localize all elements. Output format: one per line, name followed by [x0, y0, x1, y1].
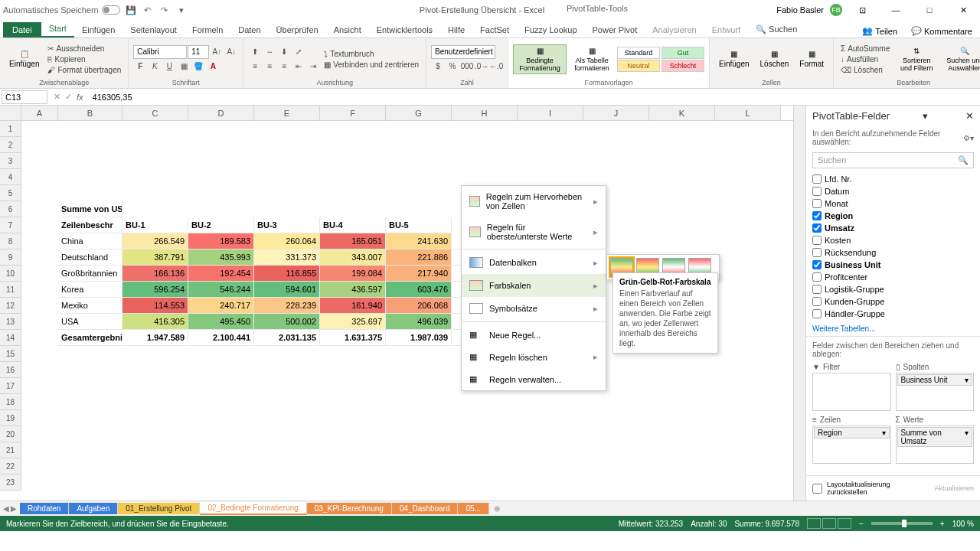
cell[interactable]: Zeilenbeschr: [58, 217, 122, 233]
pivot-field-item[interactable]: Umsatz: [812, 222, 974, 234]
row-header[interactable]: 13: [0, 314, 21, 330]
pivot-field-item[interactable]: Logistik-Gruppe: [812, 283, 974, 295]
cell[interactable]: 594.601: [254, 282, 320, 298]
tab-search[interactable]: 🔍 Suchen: [748, 21, 805, 37]
normal-view-icon[interactable]: [807, 518, 821, 529]
increase-decimal-icon[interactable]: .0→: [475, 60, 488, 73]
cell[interactable]: 496.039: [386, 314, 452, 330]
sheet-tab[interactable]: 03_KPI-Berechnung: [307, 503, 392, 514]
sheet-tab[interactable]: 05...: [458, 503, 488, 514]
cell[interactable]: 240.717: [188, 298, 254, 314]
cf-top-bottom-rules[interactable]: Regeln für oberste/unterste Werte▸: [462, 217, 606, 247]
fx-icon[interactable]: fx: [77, 93, 83, 102]
sort-filter-button[interactable]: ⇅Sortieren und Filtern: [893, 45, 939, 73]
more-tables-link[interactable]: Weitere Tabellen...: [806, 321, 980, 336]
cell[interactable]: 189.583: [188, 233, 254, 249]
col-header[interactable]: L: [715, 106, 781, 120]
formula-bar-input[interactable]: 416305,35: [88, 91, 980, 103]
tab-page-layout[interactable]: Seitenlayout: [122, 22, 185, 37]
cell[interactable]: Deutschland: [58, 249, 122, 266]
clear-button[interactable]: ⌫ Löschen: [838, 65, 892, 75]
values-drop-area[interactable]: Summe von Umsatz▾: [896, 425, 975, 464]
pivot-pane-gear-icon[interactable]: ⚙▾: [963, 134, 974, 142]
row-header[interactable]: 3: [0, 153, 21, 169]
bold-icon[interactable]: F: [133, 60, 147, 73]
row-header[interactable]: 18: [0, 394, 21, 410]
columns-area-item[interactable]: Business Unit▾: [897, 374, 973, 386]
autosum-button[interactable]: Σ AutoSumme: [838, 44, 892, 54]
accounting-icon[interactable]: $: [431, 60, 445, 73]
row-header[interactable]: 6: [0, 201, 21, 217]
col-header[interactable]: F: [320, 106, 386, 120]
fill-color-icon[interactable]: 🪣: [191, 60, 205, 73]
cancel-formula-icon[interactable]: ✕: [54, 92, 60, 102]
cell[interactable]: 387.791: [122, 249, 188, 266]
pivot-field-item[interactable]: Datum: [812, 185, 974, 197]
comments-button[interactable]: 💬 Kommentare: [906, 24, 977, 37]
cell[interactable]: Summe von USpaltenbeschriftungen: [58, 201, 122, 217]
tab-help[interactable]: Hilfe: [440, 22, 472, 37]
cf-manage-rules[interactable]: ▦Regeln verwalten...: [462, 368, 606, 390]
cell[interactable]: Großbritannien: [58, 266, 122, 282]
cell[interactable]: Gesamtergebnis: [58, 330, 122, 346]
cell[interactable]: 331.373: [254, 249, 320, 266]
row-header[interactable]: 16: [0, 362, 21, 378]
format-painter-button[interactable]: 🖌 Format übertragen: [45, 65, 123, 75]
increase-font-icon[interactable]: A↑: [210, 45, 224, 59]
cell[interactable]: BU-1: [122, 217, 188, 233]
confirm-formula-icon[interactable]: ✓: [65, 92, 72, 102]
decrease-decimal-icon[interactable]: ←.0: [489, 60, 503, 73]
pivot-field-checkbox[interactable]: [812, 309, 822, 318]
row-header[interactable]: 15: [0, 346, 21, 362]
row-header[interactable]: 1: [0, 121, 21, 137]
pivot-field-checkbox[interactable]: [812, 236, 822, 245]
row-header[interactable]: 4: [0, 169, 21, 185]
align-left-icon[interactable]: ≡: [248, 60, 262, 73]
row-header[interactable]: 20: [0, 426, 21, 442]
cell[interactable]: 325.697: [320, 314, 386, 330]
cell[interactable]: 161.940: [320, 298, 386, 314]
zoom-level[interactable]: 100 %: [952, 520, 974, 528]
tab-start[interactable]: Start: [41, 21, 74, 37]
col-header[interactable]: G: [386, 106, 452, 120]
row-header[interactable]: 14: [0, 330, 21, 346]
tab-view[interactable]: Ansicht: [326, 22, 369, 37]
col-header[interactable]: E: [254, 106, 320, 120]
pivot-field-item[interactable]: Kunden-Gruppe: [812, 295, 974, 308]
cf-clear-rules[interactable]: ▦Regeln löschen▸: [462, 346, 606, 368]
style-standard[interactable]: Standard: [617, 47, 660, 59]
row-header[interactable]: 7: [0, 217, 21, 233]
format-cells-button[interactable]: ▦Format: [795, 48, 828, 70]
font-size-combo[interactable]: 11: [188, 45, 209, 59]
pivot-field-item[interactable]: Lfd. Nr.: [812, 173, 974, 185]
minimize-icon[interactable]: —: [882, 0, 910, 20]
sheet-tab[interactable]: 04_Dashboard: [392, 503, 459, 514]
sheet-tab[interactable]: Rohdaten: [20, 503, 69, 514]
cut-button[interactable]: ✂ Ausschneiden: [45, 44, 123, 54]
pivot-field-item[interactable]: Kosten: [812, 234, 974, 246]
cell[interactable]: 495.450: [188, 314, 254, 330]
sheet-nav-prev-icon[interactable]: ◀: [3, 504, 9, 513]
row-header[interactable]: 11: [0, 282, 21, 298]
pivot-field-checkbox[interactable]: [812, 248, 822, 257]
pivot-field-checkbox[interactable]: [812, 199, 822, 208]
pivot-field-item[interactable]: Region: [812, 210, 974, 222]
cell[interactable]: Korea: [58, 282, 122, 298]
cell[interactable]: 603.476: [386, 282, 452, 298]
cell[interactable]: BU-5: [386, 217, 452, 233]
zoom-out-icon[interactable]: −: [859, 520, 864, 528]
pivot-field-checkbox[interactable]: [812, 272, 822, 282]
underline-icon[interactable]: U: [162, 60, 176, 73]
tab-analyze[interactable]: Analysieren: [645, 22, 704, 37]
tab-fuzzy[interactable]: Fuzzy Lookup: [517, 22, 584, 37]
pivot-field-checkbox[interactable]: [812, 297, 822, 306]
qat-customize-icon[interactable]: ▾: [175, 4, 188, 16]
cell[interactable]: 266.549: [122, 233, 188, 249]
cell[interactable]: 206.068: [386, 298, 452, 314]
file-tab[interactable]: Datei: [3, 22, 41, 37]
cf-new-rule[interactable]: ▦Neue Regel...: [462, 324, 606, 346]
rows-area-item[interactable]: Region▾: [814, 427, 890, 439]
pivot-field-checkbox[interactable]: [812, 187, 822, 196]
sheet-nav-next-icon[interactable]: ▶: [11, 504, 17, 513]
conditional-formatting-button[interactable]: ▦ Bedingte Formatierung: [513, 44, 567, 74]
